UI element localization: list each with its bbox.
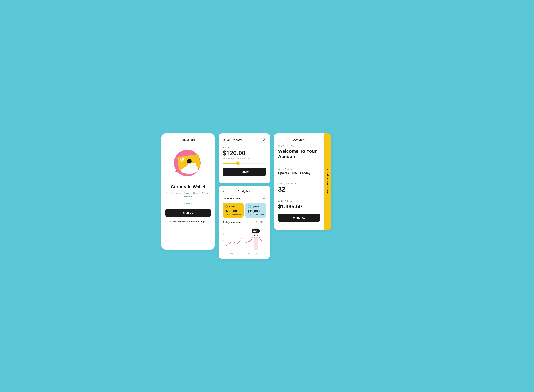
signup-button[interactable]: Sign Up xyxy=(166,209,211,217)
label-sep: Sep xyxy=(238,253,242,255)
wallet-balance-value: $1,485.50 xyxy=(278,203,320,210)
transfer-title: Quick Transfer xyxy=(223,138,242,142)
login-link[interactable]: Login xyxy=(200,220,206,223)
analytics-header: ← Analytics xyxy=(223,190,266,193)
income-title: Today's Income xyxy=(223,221,241,224)
fiverr-period: Last Month xyxy=(232,214,241,216)
chart-tooltip-percent: 6% xyxy=(252,234,260,237)
dot-1[interactable] xyxy=(184,203,186,204)
slider-track xyxy=(223,163,266,164)
chart-x-labels: Jul Aug Sep Oct Nov Dec xyxy=(223,253,266,255)
svg-text:4k: 4k xyxy=(223,233,224,235)
wallet-balance-label: Wallet Balance xyxy=(278,200,320,202)
fiverr-amount: $20,000 xyxy=(225,209,241,213)
withdraw-button[interactable]: Withdraw xyxy=(278,214,320,222)
upwork-percent: 64% ↑ xyxy=(248,214,253,216)
analytics-back-arrow[interactable]: ← xyxy=(223,190,226,193)
svg-text:0: 0 xyxy=(223,246,224,248)
weekly-transaction-value: 32 xyxy=(278,186,320,192)
label-aug: Aug xyxy=(230,253,234,255)
chevron-down-button[interactable] xyxy=(261,137,266,143)
month-selector[interactable]: Nov 2022 ▾ xyxy=(256,221,266,223)
label-jul: Jul xyxy=(223,253,225,255)
upwork-period: Last Month xyxy=(255,214,264,216)
overview-screen: ← Overview Hey, Jessica Alba Welcome To … xyxy=(274,133,331,230)
user-greeting: Hey, Jessica Alba xyxy=(278,145,320,147)
fiverr-icon: fi xyxy=(225,205,228,208)
overview-main: ← Overview Hey, Jessica Alba Welcome To … xyxy=(274,133,324,230)
fiverr-percent-value: 82% xyxy=(225,214,229,216)
slider-thumb[interactable] xyxy=(236,162,240,165)
wallet-subtitle: Get The Banking & Wallet Done In A Singl… xyxy=(166,191,211,198)
chart-dot xyxy=(253,235,255,236)
slider-fill xyxy=(223,163,238,164)
upwork-icon: Up xyxy=(248,205,251,208)
login-prompt: Already have an account? Login xyxy=(170,220,206,223)
fiverr-header: fi Fiverr xyxy=(225,205,241,208)
amount-label: Amount xyxy=(223,146,266,149)
income-header: Today's Income Nov 2022 ▾ xyxy=(223,221,266,224)
chart-percent: 6% xyxy=(256,235,258,237)
card-illustration xyxy=(172,146,205,180)
month-value: Nov 2022 xyxy=(256,221,265,223)
upwork-percent-value: 64% xyxy=(248,214,251,216)
amount-value: $120.00 xyxy=(223,149,266,157)
latest-payment-label: Latest Payment xyxy=(278,168,320,170)
pagination-dots xyxy=(184,203,192,204)
amount-subtitle: Selected Amount For Withdraw xyxy=(223,157,266,160)
fiverr-percent: 82% ↑ xyxy=(225,214,230,216)
transfer-button[interactable]: Transfer xyxy=(223,168,266,176)
weekly-transaction-label: Weekly Transaction xyxy=(278,182,320,185)
overview-back-arrow[interactable]: ← xyxy=(278,138,281,142)
add-account-button[interactable]: + xyxy=(262,196,266,201)
transfer-header: Quick Transfer xyxy=(223,137,266,143)
brand-name: eBank_US xyxy=(181,139,195,142)
chart-tooltip-value: $2.7k xyxy=(252,229,260,233)
svg-point-1 xyxy=(176,170,177,172)
welcome-title: Welcome To Your Account xyxy=(278,148,320,159)
svg-text:6k: 6k xyxy=(223,226,224,228)
upwork-header: Up Upwork xyxy=(248,205,264,208)
income-chart: 6k 4k 2k 0 $2.7k 6% xyxy=(223,225,266,252)
middle-column: Quick Transfer Amount $120.00 Selected A… xyxy=(219,133,270,259)
fiverr-arrow: ↑ xyxy=(229,214,230,216)
dot-3[interactable] xyxy=(191,203,192,204)
login-prompt-text: Already have an account? xyxy=(170,220,199,223)
label-oct: Oct xyxy=(247,253,250,255)
month-dropdown-icon: ▾ xyxy=(265,221,266,223)
overview-sidebar: View Payment Analytics ↗ xyxy=(324,133,331,230)
svg-text:2k: 2k xyxy=(223,239,224,242)
corporate-wallet-screen: eBank_US xyxy=(162,133,215,250)
upwork-name: Upwork xyxy=(252,205,259,208)
upwork-arrow: ↑ xyxy=(252,214,253,216)
analytics-card: ← Analytics Account Linked + fi Fiverr $… xyxy=(219,186,270,259)
upwork-amount: $15,000 xyxy=(248,209,264,213)
upwork-footer: 64% ↑ Last Month xyxy=(248,214,264,216)
account-linked-header: Account Linked + xyxy=(223,196,266,201)
linked-accounts-list: fi Fiverr $20,000 82% ↑ Last Month xyxy=(223,203,266,218)
fiverr-account-card: fi Fiverr $20,000 82% ↑ Last Month xyxy=(223,203,243,218)
view-analytics-link[interactable]: View Payment Analytics ↗ xyxy=(326,169,329,194)
label-dec: Dec xyxy=(263,253,266,255)
account-linked-title: Account Linked xyxy=(223,197,241,200)
svg-point-6 xyxy=(192,163,196,166)
fiverr-name: Fiverr xyxy=(229,205,235,208)
upwork-account-card: Up Upwork $15,000 64% ↑ Last Month xyxy=(245,203,266,218)
analytics-title: Analytics xyxy=(238,190,250,193)
latest-payment-value: Upwork - $85.5 / Today xyxy=(278,171,320,175)
overview-nav: ← Overview xyxy=(278,138,320,142)
wallet-title: Corporate Wallet xyxy=(171,184,205,189)
fiverr-footer: 82% ↑ Last Month xyxy=(225,214,241,216)
quick-transfer-card: Quick Transfer Amount $120.00 Selected A… xyxy=(219,133,270,183)
label-nov: Nov xyxy=(255,253,258,255)
amount-slider[interactable] xyxy=(223,163,266,164)
dot-2[interactable] xyxy=(186,203,190,204)
overview-nav-title: Overview xyxy=(293,138,304,141)
